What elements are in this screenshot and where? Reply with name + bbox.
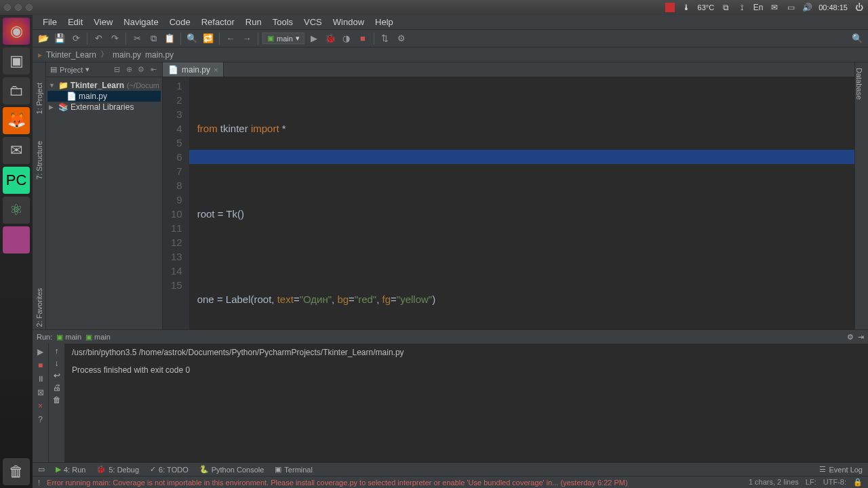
code[interactable]: from tkinter import * root = Tk() one = … [189,77,854,329]
project-tree[interactable]: ▼📁Tkinter_Learn (~/Docum 📄main.py ▶📚Exte… [46,77,162,115]
status-error[interactable]: Error running main: Coverage is not impo… [47,479,742,487]
menu-code[interactable]: Code [165,16,195,28]
menu-edit[interactable]: Edit [63,16,87,28]
firefox-icon[interactable]: 🦊 [3,107,30,134]
atom-icon[interactable]: ⚛ [3,197,30,224]
hide-icon[interactable]: ⇤ [149,65,158,75]
pause-icon[interactable]: ⏸ [35,373,46,384]
tree-external[interactable]: ▶📚External Libraries [47,102,161,113]
breadcrumb-project[interactable]: Tkinter_Learn [46,50,96,60]
coverage-icon[interactable]: ◑ [340,32,353,45]
run-config-1[interactable]: ▣main [56,333,81,342]
replace-icon[interactable]: 🔁 [201,32,215,45]
project-panel-title: Project [60,66,83,74]
status-bar: ! Error running main: Coverage is not im… [33,476,868,488]
stop-icon[interactable]: ■ [356,32,370,45]
find-icon[interactable]: 🔍 [185,32,199,45]
menu-window[interactable]: Window [328,16,369,28]
menu-navigate[interactable]: Navigate [119,16,163,28]
run-icon[interactable]: ▶ [307,32,321,45]
menu-tools[interactable]: Tools [268,16,298,28]
code-area[interactable]: 123456789101112131415 from tkinter impor… [163,77,854,329]
breadcrumb-file[interactable]: main.py [113,50,141,60]
thunderbird-icon[interactable]: ✉ [3,137,30,164]
status-sep[interactable]: LF: [806,478,816,487]
lock-icon[interactable]: 🔒 [853,478,863,487]
tab-favorites[interactable]: 2: Favorites [35,288,43,327]
tab-terminal[interactable]: ▣Terminal [275,465,313,474]
trash-icon[interactable]: 🗑 [3,458,30,485]
cut-icon[interactable]: ✂ [130,32,144,45]
tab-project[interactable]: 1: Project [35,83,43,114]
search-icon[interactable]: 🔍 [850,32,864,45]
undo-icon[interactable]: ↶ [92,32,105,45]
mail-icon[interactable]: ✉ [770,3,779,12]
collapse-icon[interactable]: ⊟ [112,65,121,75]
tab-database[interactable]: Database [855,68,863,100]
down-icon[interactable]: ↓ [55,359,59,368]
menu-refactor[interactable]: Refactor [197,16,239,28]
app-icon[interactable] [3,226,30,253]
recording-indicator [665,3,675,12]
vcs-icon[interactable]: ⇅ [378,32,392,45]
ubuntu-dash-icon[interactable]: ◉ [3,18,30,45]
debug-icon[interactable]: 🐞 [323,32,337,45]
save-icon[interactable]: 💾 [53,32,66,45]
tab-structure[interactable]: 7: Structure [35,141,43,180]
editor-tab-main[interactable]: 📄 main.py × [163,62,224,77]
settings-icon[interactable]: ⚙ [395,32,408,45]
tab-event-log[interactable]: ☰Event Log [819,465,863,474]
chevron-right-icon: 〉 [100,49,108,60]
tab-python-console[interactable]: 🐍Python Console [199,465,264,474]
status-enc[interactable]: UTF-8: [823,478,846,487]
menu-run[interactable]: Run [241,16,267,28]
paste-icon[interactable]: 📋 [163,32,176,45]
tool-tabs-toggle[interactable]: ▭ [38,465,45,474]
terminal-icon[interactable]: ▣ [3,47,30,75]
gear-icon[interactable]: ⚙ [847,333,854,342]
close-icon[interactable]: × [35,401,46,411]
up-icon[interactable]: ↑ [55,346,59,356]
window-controls[interactable] [4,4,33,11]
menu-vcs[interactable]: VCS [299,16,327,28]
target-icon[interactable]: ⊕ [124,65,134,75]
menu-view[interactable]: View [89,16,117,28]
lang-indicator[interactable]: En [753,3,763,12]
tab-todo[interactable]: ✓6: TODO [150,465,189,474]
dropbox-icon[interactable]: ⧉ [721,3,730,12]
back-icon[interactable]: ← [224,32,237,45]
wrap-icon[interactable]: ↩ [54,371,60,380]
console[interactable]: /usr/bin/python3.5 /home/astrok/Document… [65,344,868,462]
menu-file[interactable]: File [38,16,62,28]
open-icon[interactable]: 📂 [37,32,50,45]
run-config-select[interactable]: ▣ main ▾ [262,33,304,44]
pycharm-icon[interactable]: PC [3,167,30,194]
forward-icon[interactable]: → [240,32,254,45]
redo-icon[interactable]: ↷ [108,32,121,45]
exit-icon[interactable]: ⊠ [35,387,46,398]
hide-icon[interactable]: ⇥ [858,333,864,342]
gear-icon[interactable]: ⚙ [136,65,146,75]
power-icon[interactable]: ⏻ [854,3,864,12]
tree-file[interactable]: 📄main.py [47,91,161,102]
clear-icon[interactable]: 🗑 [53,395,61,405]
files-icon[interactable]: 🗀 [3,77,30,104]
status-icon[interactable]: ! [38,479,40,487]
clock[interactable]: 00:48:15 [818,3,848,12]
tab-run[interactable]: ▶4: Run [56,465,85,474]
rerun-icon[interactable]: ▶ [35,346,46,357]
menu-help[interactable]: Help [370,16,398,28]
wifi-icon[interactable]: ⟟ [737,3,747,12]
tab-debug[interactable]: 🐞5: Debug [96,465,139,474]
print-icon[interactable]: 🖨 [53,383,61,392]
close-tab-icon[interactable]: × [214,66,218,74]
run-config-2[interactable]: ▣main [85,333,111,342]
help-icon[interactable]: ? [35,414,46,425]
volume-icon[interactable]: 🔊 [802,3,812,12]
battery-icon[interactable]: ▭ [786,3,795,12]
refresh-icon[interactable]: ⟳ [69,32,83,45]
chevron-down-icon[interactable]: ▾ [85,65,90,74]
copy-icon[interactable]: ⧉ [146,32,160,45]
tree-root[interactable]: ▼📁Tkinter_Learn (~/Docum [47,80,161,91]
stop-icon[interactable]: ■ [35,360,46,371]
